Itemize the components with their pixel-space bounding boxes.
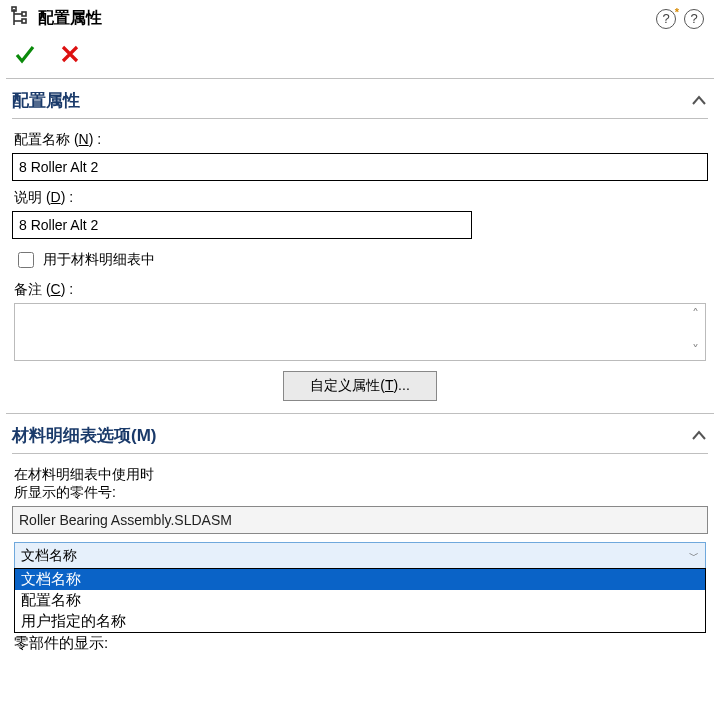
- bom-options-header[interactable]: 材料明细表选项(M): [12, 424, 708, 454]
- dropdown-list: 文档名称 配置名称 用户指定的名称: [14, 568, 706, 633]
- use-in-bom-row[interactable]: 用于材料明细表中: [14, 249, 706, 271]
- chevron-down-icon: ﹀: [689, 549, 699, 563]
- description-input[interactable]: [12, 211, 472, 239]
- svg-rect-2: [22, 19, 26, 23]
- config-props-header[interactable]: 配置属性: [12, 89, 708, 119]
- scroll-down-icon[interactable]: ˅: [692, 342, 699, 358]
- part-number-display: [12, 506, 708, 534]
- panel-header: 配置属性 ? * ?: [0, 0, 720, 39]
- notes-textarea[interactable]: ˄ ˅: [14, 303, 706, 361]
- textarea-scrollbar[interactable]: ˄ ˅: [686, 306, 704, 358]
- action-row: [0, 39, 720, 78]
- custom-properties-button[interactable]: 自定义属性(T)...: [283, 371, 437, 401]
- panel-title: 配置属性: [38, 8, 102, 29]
- ok-button[interactable]: [14, 43, 36, 68]
- config-props-section: 配置属性 配置名称 (N) : 说明 (D) : 用于材料明细表中 备注 (C)…: [0, 79, 720, 413]
- description-label: 说明 (D) :: [14, 189, 706, 207]
- part-name-source-dropdown[interactable]: 文档名称 ﹀ 文档名称 配置名称 用户指定的名称: [14, 542, 706, 570]
- dropdown-option-config-name[interactable]: 配置名称: [15, 590, 705, 611]
- component-display-label: 零部件的显示:: [14, 634, 706, 653]
- help-star-icon[interactable]: ? *: [656, 9, 676, 29]
- dropdown-selected[interactable]: 文档名称 ﹀: [14, 542, 706, 570]
- bom-options-title: 材料明细表选项(M): [12, 424, 156, 447]
- config-name-input[interactable]: [12, 153, 708, 181]
- chevron-up-icon[interactable]: [690, 427, 708, 445]
- notes-label: 备注 (C) :: [14, 281, 706, 299]
- scroll-up-icon[interactable]: ˄: [692, 306, 699, 322]
- use-in-bom-checkbox[interactable]: [18, 252, 34, 268]
- dropdown-option-document-name[interactable]: 文档名称: [15, 569, 705, 590]
- star-icon: *: [675, 6, 679, 18]
- config-tree-icon: [10, 6, 32, 31]
- dropdown-option-user-specified[interactable]: 用户指定的名称: [15, 611, 705, 632]
- bom-options-section: 材料明细表选项(M) 在材料明细表中使用时 所显示的零件号: 文档名称 ﹀ 文档…: [0, 414, 720, 659]
- config-props-title: 配置属性: [12, 89, 80, 112]
- chevron-up-icon[interactable]: [690, 92, 708, 110]
- bom-usage-line1: 在材料明细表中使用时: [14, 466, 706, 484]
- help-icon[interactable]: ?: [684, 9, 704, 29]
- svg-rect-1: [22, 12, 26, 16]
- cancel-button[interactable]: [60, 44, 80, 67]
- dropdown-selected-label: 文档名称: [21, 547, 77, 565]
- config-name-label: 配置名称 (N) :: [14, 131, 706, 149]
- bom-usage-line2: 所显示的零件号:: [14, 484, 706, 502]
- use-in-bom-label: 用于材料明细表中: [43, 251, 155, 269]
